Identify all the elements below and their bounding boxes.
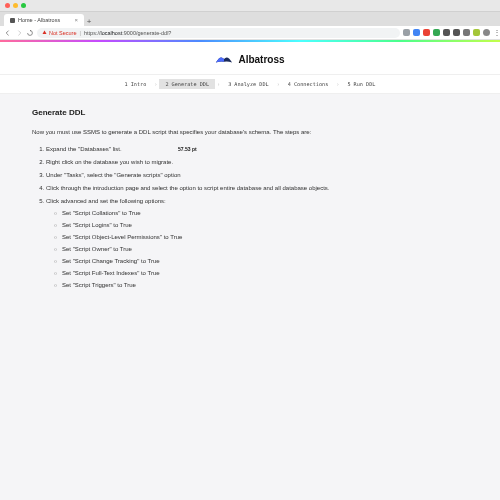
- step-analyze-ddl[interactable]: 3 Analyze DDL: [222, 79, 274, 89]
- not-secure-badge: Not Secure: [42, 30, 77, 36]
- chevron-right-icon: ›: [336, 81, 339, 87]
- page-content: Albatross 1 Intro › 2 Generate DDL › 3 A…: [0, 42, 500, 500]
- options-sublist: Set "Script Collations" to True Set "Scr…: [46, 209, 468, 290]
- step-generate-ddl[interactable]: 2 Generate DDL: [159, 79, 215, 89]
- close-icon[interactable]: [5, 3, 10, 8]
- list-item: Click advanced and set the following opt…: [46, 197, 468, 290]
- step-connections[interactable]: 4 Connections: [282, 79, 334, 89]
- extension-icon[interactable]: [463, 29, 470, 36]
- step-num: 5: [347, 81, 350, 87]
- wizard-steps: 1 Intro › 2 Generate DDL › 3 Analyze DDL…: [0, 74, 500, 94]
- list-item: Set "Script Object-Level Permissions" to…: [54, 233, 468, 242]
- favicon-icon: [10, 18, 15, 23]
- back-button[interactable]: [4, 29, 12, 37]
- separator: |: [80, 30, 81, 36]
- chevron-right-icon: ›: [277, 81, 280, 87]
- chevron-right-icon: ›: [217, 81, 220, 87]
- list-item: Set "Script Change Tracking" to True: [54, 257, 468, 266]
- intro-text: Now you must use SSMS to generate a DDL …: [32, 129, 468, 135]
- extension-icons: ⋮: [403, 29, 496, 36]
- float-badge: 57.53 pt: [178, 146, 197, 152]
- step-label: Intro: [131, 81, 147, 87]
- list-item: Expand the "Databases" list.: [46, 145, 468, 154]
- url-path: :9000/generate-ddl?: [122, 30, 171, 36]
- chevron-right-icon: ›: [154, 81, 157, 87]
- step-label: Connections: [294, 81, 328, 87]
- browser-toolbar: Not Secure | https://localhost:9000/gene…: [0, 26, 500, 40]
- extension-icon[interactable]: [413, 29, 420, 36]
- reload-button[interactable]: [26, 29, 34, 37]
- address-bar[interactable]: Not Secure | https://localhost:9000/gene…: [37, 28, 400, 38]
- steps-list: Expand the "Databases" list. Right click…: [32, 145, 468, 290]
- close-tab-icon[interactable]: ×: [74, 17, 78, 23]
- list-item: Click through the introduction page and …: [46, 184, 468, 193]
- brand-header: Albatross: [0, 42, 500, 74]
- minimize-icon[interactable]: [13, 3, 18, 8]
- step-label: Analyze DDL: [234, 81, 268, 87]
- extension-icon[interactable]: [423, 29, 430, 36]
- list-item: Under "Tasks", select the "Generate scri…: [46, 171, 468, 180]
- page-body: Generate DDL Now you must use SSMS to ge…: [0, 94, 500, 308]
- list-item: Set "Script Logins" to True: [54, 221, 468, 230]
- forward-button[interactable]: [15, 29, 23, 37]
- page-title: Generate DDL: [32, 108, 468, 117]
- url-host: localhost: [100, 30, 122, 36]
- list-item-text: Click advanced and set the following opt…: [46, 198, 166, 204]
- star-icon[interactable]: [403, 29, 410, 36]
- maximize-icon[interactable]: [21, 3, 26, 8]
- profile-avatar-icon[interactable]: [483, 29, 490, 36]
- list-item: Set "Script Collations" to True: [54, 209, 468, 218]
- step-num: 4: [288, 81, 291, 87]
- extension-icon[interactable]: [433, 29, 440, 36]
- albatross-logo-icon: [215, 52, 233, 66]
- step-num: 2: [165, 81, 168, 87]
- extension-icon[interactable]: [473, 29, 480, 36]
- extension-icon[interactable]: [453, 29, 460, 36]
- step-num: 1: [125, 81, 128, 87]
- step-label: Generate DDL: [172, 81, 209, 87]
- step-label: Run DDL: [354, 81, 376, 87]
- step-intro[interactable]: 1 Intro: [119, 79, 153, 89]
- url-text: https://localhost:9000/generate-ddl?: [84, 30, 171, 36]
- step-run-ddl[interactable]: 5 Run DDL: [341, 79, 381, 89]
- tab-title: Home - Albatross: [18, 17, 60, 23]
- list-item: Right click on the database you wish to …: [46, 158, 468, 167]
- list-item: Set "Script Triggers" to True: [54, 281, 468, 290]
- titlebar: [0, 0, 500, 12]
- traffic-lights: [5, 3, 26, 8]
- browser-window: Home - Albatross × + Not Secure | https:…: [0, 0, 500, 500]
- new-tab-button[interactable]: +: [84, 16, 94, 26]
- step-num: 3: [228, 81, 231, 87]
- menu-icon[interactable]: ⋮: [493, 29, 496, 36]
- extension-icon[interactable]: [443, 29, 450, 36]
- tabstrip: Home - Albatross × +: [0, 12, 500, 26]
- not-secure-label: Not Secure: [49, 30, 77, 36]
- brand-name: Albatross: [238, 54, 284, 65]
- list-item: Set "Script Owner" to True: [54, 245, 468, 254]
- browser-tab[interactable]: Home - Albatross ×: [4, 14, 84, 26]
- list-item: Set "Script Full-Text Indexes" to True: [54, 269, 468, 278]
